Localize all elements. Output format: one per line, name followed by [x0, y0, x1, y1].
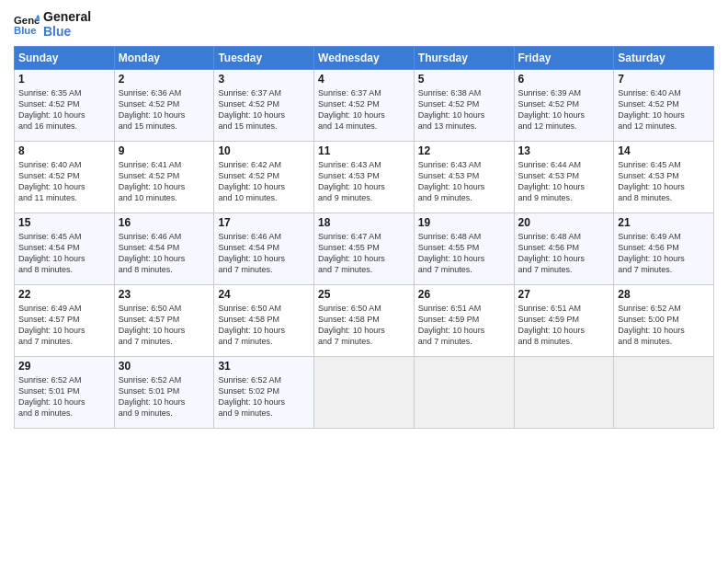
- calendar-day-cell: 9Sunrise: 6:41 AM Sunset: 4:52 PM Daylig…: [114, 142, 214, 213]
- calendar-day-cell: 15Sunrise: 6:45 AM Sunset: 4:54 PM Dayli…: [15, 213, 115, 285]
- logo-text-line1: General: [43, 9, 91, 24]
- day-info: Sunrise: 6:38 AM Sunset: 4:52 PM Dayligh…: [418, 87, 510, 132]
- calendar-day-cell: 31Sunrise: 6:52 AM Sunset: 5:02 PM Dayli…: [214, 357, 314, 429]
- calendar-week-row: 15Sunrise: 6:45 AM Sunset: 4:54 PM Dayli…: [15, 213, 714, 285]
- day-number: 22: [18, 288, 110, 301]
- day-number: 5: [418, 73, 510, 86]
- calendar-header-row: SundayMondayTuesdayWednesdayThursdayFrid…: [15, 47, 714, 70]
- calendar-day-cell: 11Sunrise: 6:43 AM Sunset: 4:53 PM Dayli…: [314, 142, 415, 213]
- calendar-day-cell: 30Sunrise: 6:52 AM Sunset: 5:01 PM Dayli…: [114, 357, 214, 429]
- calendar-day-cell: [414, 357, 514, 429]
- day-number: 8: [18, 144, 110, 157]
- logo: General Blue General Blue: [14, 9, 91, 39]
- day-info: Sunrise: 6:50 AM Sunset: 4:58 PM Dayligh…: [218, 303, 310, 348]
- day-info: Sunrise: 6:50 AM Sunset: 4:58 PM Dayligh…: [318, 303, 410, 348]
- day-info: Sunrise: 6:37 AM Sunset: 4:52 PM Dayligh…: [318, 87, 410, 132]
- day-number: 4: [318, 73, 410, 86]
- day-number: 16: [119, 216, 210, 229]
- calendar-day-cell: 2Sunrise: 6:36 AM Sunset: 4:52 PM Daylig…: [114, 70, 214, 142]
- day-info: Sunrise: 6:37 AM Sunset: 4:52 PM Dayligh…: [218, 87, 310, 132]
- day-number: 18: [318, 216, 410, 229]
- day-info: Sunrise: 6:46 AM Sunset: 4:54 PM Dayligh…: [119, 231, 210, 276]
- day-number: 15: [18, 216, 110, 229]
- day-info: Sunrise: 6:43 AM Sunset: 4:53 PM Dayligh…: [318, 159, 410, 204]
- day-number: 30: [119, 360, 210, 373]
- day-info: Sunrise: 6:50 AM Sunset: 4:57 PM Dayligh…: [119, 303, 210, 348]
- calendar-day-cell: 28Sunrise: 6:52 AM Sunset: 5:00 PM Dayli…: [614, 285, 714, 357]
- day-number: 6: [518, 73, 610, 86]
- day-info: Sunrise: 6:51 AM Sunset: 4:59 PM Dayligh…: [418, 303, 510, 348]
- calendar-week-row: 8Sunrise: 6:40 AM Sunset: 4:52 PM Daylig…: [15, 142, 714, 213]
- calendar-day-cell: 5Sunrise: 6:38 AM Sunset: 4:52 PM Daylig…: [414, 70, 514, 142]
- day-number: 13: [518, 144, 610, 157]
- day-number: 7: [618, 73, 710, 86]
- page-header: General Blue General Blue: [14, 9, 714, 39]
- day-info: Sunrise: 6:45 AM Sunset: 4:54 PM Dayligh…: [18, 231, 110, 276]
- calendar-day-cell: 24Sunrise: 6:50 AM Sunset: 4:58 PM Dayli…: [214, 285, 314, 357]
- day-header-sunday: Sunday: [15, 47, 115, 70]
- day-header-friday: Friday: [514, 47, 614, 70]
- day-number: 12: [418, 144, 510, 157]
- day-number: 23: [119, 288, 210, 301]
- day-info: Sunrise: 6:43 AM Sunset: 4:53 PM Dayligh…: [418, 159, 510, 204]
- day-info: Sunrise: 6:46 AM Sunset: 4:54 PM Dayligh…: [218, 231, 310, 276]
- calendar-day-cell: 19Sunrise: 6:48 AM Sunset: 4:55 PM Dayli…: [414, 213, 514, 285]
- day-number: 14: [618, 144, 710, 157]
- day-info: Sunrise: 6:40 AM Sunset: 4:52 PM Dayligh…: [18, 159, 110, 204]
- day-number: 26: [418, 288, 510, 301]
- day-number: 27: [518, 288, 610, 301]
- calendar-day-cell: 14Sunrise: 6:45 AM Sunset: 4:53 PM Dayli…: [614, 142, 714, 213]
- day-number: 1: [18, 73, 110, 86]
- day-info: Sunrise: 6:48 AM Sunset: 4:56 PM Dayligh…: [518, 231, 610, 276]
- day-info: Sunrise: 6:45 AM Sunset: 4:53 PM Dayligh…: [618, 159, 710, 204]
- calendar-day-cell: 3Sunrise: 6:37 AM Sunset: 4:52 PM Daylig…: [214, 70, 314, 142]
- day-header-thursday: Thursday: [414, 47, 514, 70]
- calendar-day-cell: [314, 357, 415, 429]
- day-number: 3: [218, 73, 310, 86]
- day-number: 21: [618, 216, 710, 229]
- calendar-day-cell: 4Sunrise: 6:37 AM Sunset: 4:52 PM Daylig…: [314, 70, 415, 142]
- calendar-day-cell: 22Sunrise: 6:49 AM Sunset: 4:57 PM Dayli…: [15, 285, 115, 357]
- day-number: 31: [218, 360, 310, 373]
- day-number: 11: [318, 144, 410, 157]
- day-number: 10: [218, 144, 310, 157]
- day-info: Sunrise: 6:49 AM Sunset: 4:56 PM Dayligh…: [618, 231, 710, 276]
- calendar-day-cell: 1Sunrise: 6:35 AM Sunset: 4:52 PM Daylig…: [15, 70, 115, 142]
- calendar-day-cell: 6Sunrise: 6:39 AM Sunset: 4:52 PM Daylig…: [514, 70, 614, 142]
- day-info: Sunrise: 6:51 AM Sunset: 4:59 PM Dayligh…: [518, 303, 610, 348]
- day-info: Sunrise: 6:41 AM Sunset: 4:52 PM Dayligh…: [119, 159, 210, 204]
- calendar-day-cell: 23Sunrise: 6:50 AM Sunset: 4:57 PM Dayli…: [114, 285, 214, 357]
- calendar-table: SundayMondayTuesdayWednesdayThursdayFrid…: [14, 46, 714, 429]
- calendar-week-row: 1Sunrise: 6:35 AM Sunset: 4:52 PM Daylig…: [15, 70, 714, 142]
- day-info: Sunrise: 6:47 AM Sunset: 4:55 PM Dayligh…: [318, 231, 410, 276]
- calendar-day-cell: 29Sunrise: 6:52 AM Sunset: 5:01 PM Dayli…: [15, 357, 115, 429]
- day-info: Sunrise: 6:40 AM Sunset: 4:52 PM Dayligh…: [618, 87, 710, 132]
- calendar-day-cell: 16Sunrise: 6:46 AM Sunset: 4:54 PM Dayli…: [114, 213, 214, 285]
- calendar-week-row: 29Sunrise: 6:52 AM Sunset: 5:01 PM Dayli…: [15, 357, 714, 429]
- day-number: 9: [119, 144, 210, 157]
- calendar-day-cell: 25Sunrise: 6:50 AM Sunset: 4:58 PM Dayli…: [314, 285, 415, 357]
- calendar-day-cell: 21Sunrise: 6:49 AM Sunset: 4:56 PM Dayli…: [614, 213, 714, 285]
- day-header-monday: Monday: [114, 47, 214, 70]
- day-info: Sunrise: 6:44 AM Sunset: 4:53 PM Dayligh…: [518, 159, 610, 204]
- calendar-day-cell: 8Sunrise: 6:40 AM Sunset: 4:52 PM Daylig…: [15, 142, 115, 213]
- day-header-tuesday: Tuesday: [214, 47, 314, 70]
- day-info: Sunrise: 6:48 AM Sunset: 4:55 PM Dayligh…: [418, 231, 510, 276]
- day-info: Sunrise: 6:52 AM Sunset: 5:00 PM Dayligh…: [618, 303, 710, 348]
- calendar-day-cell: 13Sunrise: 6:44 AM Sunset: 4:53 PM Dayli…: [514, 142, 614, 213]
- page-container: General Blue General Blue SundayMondayTu…: [0, 0, 728, 563]
- day-info: Sunrise: 6:52 AM Sunset: 5:02 PM Dayligh…: [218, 374, 310, 419]
- calendar-day-cell: [614, 357, 714, 429]
- day-info: Sunrise: 6:39 AM Sunset: 4:52 PM Dayligh…: [518, 87, 610, 132]
- day-info: Sunrise: 6:49 AM Sunset: 4:57 PM Dayligh…: [18, 303, 110, 348]
- calendar-day-cell: 27Sunrise: 6:51 AM Sunset: 4:59 PM Dayli…: [514, 285, 614, 357]
- day-number: 2: [119, 73, 210, 86]
- day-header-wednesday: Wednesday: [314, 47, 415, 70]
- day-info: Sunrise: 6:36 AM Sunset: 4:52 PM Dayligh…: [119, 87, 210, 132]
- day-info: Sunrise: 6:42 AM Sunset: 4:52 PM Dayligh…: [218, 159, 310, 204]
- calendar-day-cell: 20Sunrise: 6:48 AM Sunset: 4:56 PM Dayli…: [514, 213, 614, 285]
- day-info: Sunrise: 6:52 AM Sunset: 5:01 PM Dayligh…: [119, 374, 210, 419]
- day-number: 20: [518, 216, 610, 229]
- calendar-day-cell: 7Sunrise: 6:40 AM Sunset: 4:52 PM Daylig…: [614, 70, 714, 142]
- logo-icon: General Blue: [14, 11, 40, 37]
